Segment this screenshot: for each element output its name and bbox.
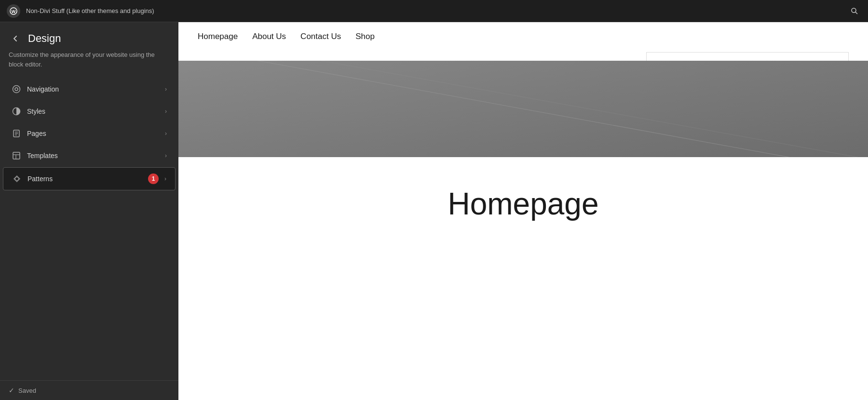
pages-chevron: › <box>165 130 167 137</box>
nav-link-contact[interactable]: Contact Us <box>300 32 341 41</box>
wp-logo: W <box>7 4 20 18</box>
sidebar-description: Customize the appearance of your website… <box>0 50 178 78</box>
page-title-area: Homepage <box>178 157 868 241</box>
hero-image <box>178 61 868 157</box>
templates-chevron: › <box>165 152 167 159</box>
templates-label: Templates <box>27 152 159 160</box>
patterns-label: Patterns <box>27 175 142 183</box>
patterns-icon <box>12 174 22 184</box>
sidebar-header: Design <box>0 22 178 50</box>
svg-rect-11 <box>13 152 20 159</box>
svg-point-5 <box>15 88 18 91</box>
navigation-chevron: › <box>165 86 167 93</box>
pages-icon <box>12 129 21 138</box>
navigation-label: Navigation <box>27 85 159 93</box>
main-layout: Design Customize the appearance of your … <box>0 22 868 400</box>
sidebar-item-templates[interactable]: Templates › <box>3 145 176 166</box>
sidebar-footer: ✓ Saved <box>0 380 178 400</box>
search-button[interactable] <box>848 4 861 18</box>
app-title: Non-Divi Stuff (Like other themes and pl… <box>26 7 842 14</box>
preview-pane[interactable]: Homepage About Us Contact Us Shop Error … <box>178 22 868 400</box>
saved-check-icon: ✓ <box>9 387 14 394</box>
saved-label: Saved <box>18 387 36 394</box>
sidebar-menu: Navigation › Styles › <box>0 78 178 380</box>
nav-link-shop[interactable]: Shop <box>355 32 375 41</box>
sidebar-item-styles[interactable]: Styles › <box>3 101 176 122</box>
styles-icon <box>12 107 21 116</box>
templates-icon <box>12 151 21 160</box>
pages-label: Pages <box>27 130 159 137</box>
sidebar-title: Design <box>28 32 61 45</box>
sidebar-item-patterns[interactable]: Patterns 1 › <box>3 167 176 190</box>
nav-link-about[interactable]: About Us <box>252 32 286 41</box>
back-button[interactable] <box>9 32 22 45</box>
top-bar: W Non-Divi Stuff (Like other themes and … <box>0 0 868 22</box>
svg-text:W: W <box>12 9 16 14</box>
styles-label: Styles <box>27 107 159 115</box>
svg-point-4 <box>13 86 20 93</box>
navigation-icon <box>12 84 21 94</box>
page-title: Homepage <box>198 186 849 222</box>
patterns-chevron: › <box>164 175 166 182</box>
patterns-badge: 1 <box>148 173 159 184</box>
preview-nav: Homepage About Us Contact Us Shop <box>178 22 868 51</box>
svg-line-3 <box>855 12 857 14</box>
hero-area <box>178 61 868 157</box>
nav-link-homepage[interactable]: Homepage <box>198 32 238 41</box>
svg-point-2 <box>852 8 856 13</box>
styles-chevron: › <box>165 108 167 115</box>
sidebar-item-pages[interactable]: Pages › <box>3 123 176 144</box>
sidebar: Design Customize the appearance of your … <box>0 22 178 400</box>
sidebar-item-navigation[interactable]: Navigation › <box>3 79 176 100</box>
